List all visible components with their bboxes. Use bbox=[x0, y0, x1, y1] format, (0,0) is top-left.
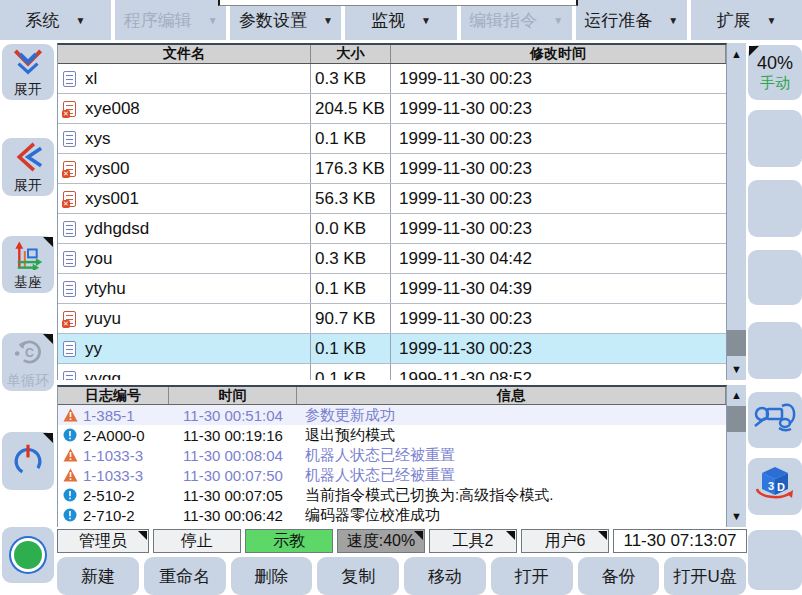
header-file-name: 文件名 bbox=[58, 45, 311, 63]
chevron-down-icon: ▼ bbox=[323, 15, 333, 26]
log-table-body: 1-385-1 11-30 00:51:04 参数更新成功 2-A000-0 bbox=[58, 405, 726, 527]
green-status-circle-icon bbox=[14, 541, 42, 569]
log-row[interactable]: 1-1033-3 11-30 00:07:50 机器人状态已经被重置 bbox=[58, 465, 726, 485]
expand-down-label: 展开 bbox=[14, 82, 42, 97]
log-row[interactable]: 2-A000-0 11-30 00:19:16 退出预约模式 bbox=[58, 425, 726, 445]
file-modified-time: 1999-11-30 04:42 bbox=[391, 244, 726, 273]
file-table-row[interactable]: ✕ yuyu 90.7 KB 1999-11-30 00:23 bbox=[58, 304, 726, 334]
log-row[interactable]: 2-510-2 11-30 00:07:05 当前指令模式已切换为:高级指令模式… bbox=[58, 485, 726, 505]
log-row[interactable]: 1-385-1 11-30 00:06:05 伺服没有上电，请先上电伺服 bbox=[58, 525, 726, 527]
menu-item-扩展[interactable]: 扩展 ▼ bbox=[691, 0, 802, 40]
scroll-thumb[interactable] bbox=[727, 406, 746, 432]
file-table-row[interactable]: ✕ xys 0.1 KB 1999-11-30 00:23 bbox=[58, 124, 726, 154]
right-panel-button-8[interactable] bbox=[748, 530, 802, 590]
file-table-body: ✕ xl 0.3 KB 1999-11-30 00:23 ✕ xye008 20… bbox=[58, 64, 726, 380]
file-doc-icon: ✕ bbox=[63, 101, 76, 117]
file-table-row[interactable]: ✕ ydhgdsd 0.0 KB 1999-11-30 00:23 bbox=[58, 214, 726, 244]
menu-item-参数设置[interactable]: 参数设置 ▼ bbox=[230, 0, 341, 40]
teach-pendant-screen: 系统 ▼ 程序编辑 ▼ 参数设置 ▼ 监视 ▼ 编辑指令 ▼ 运行准备 ▼ 扩展… bbox=[0, 0, 802, 595]
scroll-down-icon[interactable]: ▼ bbox=[727, 363, 746, 375]
hands-teach-button[interactable] bbox=[748, 392, 802, 448]
file-doc-icon: ✕ bbox=[63, 191, 76, 207]
menu-item-程序编辑[interactable]: 程序编辑 ▼ bbox=[115, 0, 226, 40]
expand-left-button[interactable]: 展开 bbox=[2, 138, 54, 196]
menu-item-label: 编辑指令 bbox=[469, 9, 537, 32]
view-3d-button[interactable]: 3 D bbox=[748, 458, 802, 515]
menu-item-监视[interactable]: 监视 ▼ bbox=[345, 0, 456, 40]
info-icon bbox=[63, 428, 78, 442]
menu-item-label: 扩展 bbox=[716, 9, 750, 32]
status-bar: 管理员 停止 示教 速度:40% 工具2 用户6 11-30 07:13:07 bbox=[57, 529, 747, 553]
scroll-up-icon[interactable]: ▲ bbox=[727, 48, 746, 60]
right-panel-button-4[interactable] bbox=[748, 250, 802, 305]
chevron-down-icon: ▼ bbox=[421, 15, 431, 26]
status-speed[interactable]: 速度:40% bbox=[337, 529, 425, 553]
file-size: 0.0 KB bbox=[311, 214, 391, 243]
toolbar-button-打开U盘[interactable]: 打开U盘 bbox=[664, 557, 746, 595]
scroll-up-icon[interactable]: ▲ bbox=[727, 389, 746, 401]
status-speed-label: 速度:40% bbox=[347, 531, 415, 552]
toolbar-button-备份[interactable]: 备份 bbox=[578, 557, 660, 595]
log-id: 1-385-1 bbox=[83, 407, 135, 424]
servo-status-indicator[interactable] bbox=[2, 527, 54, 583]
file-name: yygg bbox=[85, 369, 121, 381]
toolbar-button-移动[interactable]: 移动 bbox=[404, 557, 486, 595]
file-table-row[interactable]: ✕ yygg 0.1 KB 1999-11-30 08:52 bbox=[58, 364, 726, 380]
log-scrollbar[interactable]: ▲ ▼ bbox=[727, 385, 746, 527]
warning-icon bbox=[63, 448, 78, 462]
toolbar-button-删除[interactable]: 删除 bbox=[231, 557, 313, 595]
status-user-frame[interactable]: 用户6 bbox=[521, 529, 609, 553]
file-table-row[interactable]: ✕ xl 0.3 KB 1999-11-30 00:23 bbox=[58, 64, 726, 94]
header-modified-time: 修改时间 bbox=[391, 45, 726, 63]
file-scrollbar[interactable]: ▲ ▼ bbox=[727, 43, 746, 380]
warning-icon bbox=[63, 468, 78, 482]
single-cycle-button: C 单循环 bbox=[2, 333, 54, 391]
info-icon bbox=[63, 488, 78, 502]
speed-mode-button[interactable]: 40% 手动 bbox=[748, 45, 802, 100]
chevron-down-icon: ▼ bbox=[553, 15, 563, 26]
file-size: 0.1 KB bbox=[311, 364, 391, 380]
scroll-thumb[interactable] bbox=[727, 330, 746, 356]
log-time: 11-30 00:07:05 bbox=[169, 487, 297, 504]
status-datetime-label: 11-30 07:13:07 bbox=[623, 531, 736, 551]
file-table-row[interactable]: ✕ xys001 56.3 KB 1999-11-30 00:23 bbox=[58, 184, 726, 214]
corner-marker bbox=[598, 531, 607, 540]
expand-down-button[interactable]: 展开 bbox=[2, 44, 54, 100]
file-size: 0.1 KB bbox=[311, 124, 391, 153]
toolbar-button-新建[interactable]: 新建 bbox=[57, 557, 139, 595]
log-id: 1-1033-3 bbox=[83, 447, 143, 464]
status-teach-mode[interactable]: 示教 bbox=[245, 529, 333, 553]
file-table-row[interactable]: ✕ ytyhu 0.1 KB 1999-11-30 04:39 bbox=[58, 274, 726, 304]
status-tool[interactable]: 工具2 bbox=[429, 529, 517, 553]
log-row[interactable]: 1-1033-3 11-30 00:08:04 机器人状态已经被重置 bbox=[58, 445, 726, 465]
log-message: 机器人状态已经被重置 bbox=[297, 466, 726, 485]
menu-item-编辑指令[interactable]: 编辑指令 ▼ bbox=[461, 0, 572, 40]
toolbar-button-打开[interactable]: 打开 bbox=[491, 557, 573, 595]
base-frame-button[interactable]: 基座 bbox=[2, 236, 54, 293]
file-table-row[interactable]: ✕ you 0.3 KB 1999-11-30 04:42 bbox=[58, 244, 726, 274]
toolbar-button-重命名[interactable]: 重命名 bbox=[144, 557, 226, 595]
status-run-state[interactable]: 停止 bbox=[153, 529, 241, 553]
log-row[interactable]: 1-385-1 11-30 00:51:04 参数更新成功 bbox=[58, 405, 726, 425]
status-user-role[interactable]: 管理员 bbox=[57, 529, 149, 553]
menu-item-系统[interactable]: 系统 ▼ bbox=[0, 0, 111, 40]
menu-item-运行准备[interactable]: 运行准备 ▼ bbox=[576, 0, 687, 40]
file-table-row[interactable]: ✕ yy 0.1 KB 1999-11-30 00:23 bbox=[58, 334, 726, 364]
right-panel-button-2[interactable] bbox=[748, 110, 802, 167]
log-time: 11-30 00:08:04 bbox=[169, 447, 297, 464]
toolbar-button-复制[interactable]: 复制 bbox=[317, 557, 399, 595]
scroll-down-icon[interactable]: ▼ bbox=[727, 510, 746, 522]
log-id: 2-710-2 bbox=[83, 507, 135, 524]
file-table-row[interactable]: ✕ xys00 176.3 KB 1999-11-30 00:23 bbox=[58, 154, 726, 184]
log-row[interactable]: 2-710-2 11-30 00:06:42 编码器零位校准成功 bbox=[58, 505, 726, 525]
file-name: xl bbox=[85, 69, 97, 89]
single-cycle-icon: C bbox=[11, 336, 45, 372]
file-table-row[interactable]: ✕ xye008 204.5 KB 1999-11-30 00:23 bbox=[58, 94, 726, 124]
single-cycle-label: 单循环 bbox=[7, 373, 49, 388]
power-button[interactable] bbox=[2, 432, 54, 490]
right-panel-button-3[interactable] bbox=[748, 180, 802, 237]
file-name: yuyu bbox=[85, 309, 121, 329]
right-panel-button-5[interactable] bbox=[748, 322, 802, 379]
file-doc-icon: ✕ bbox=[63, 371, 76, 381]
status-mode-label: 示教 bbox=[273, 531, 305, 552]
